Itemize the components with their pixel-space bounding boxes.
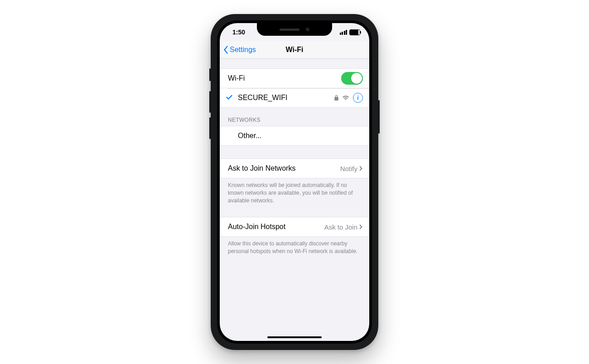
wifi-icon xyxy=(342,95,349,101)
status-time: 1:50 xyxy=(232,29,245,36)
connected-network-name: SECURE_WIFI xyxy=(238,94,334,102)
back-label: Settings xyxy=(230,46,256,54)
wifi-toggle-label: Wi-Fi xyxy=(228,74,341,82)
chevron-right-icon xyxy=(359,166,363,171)
notch xyxy=(257,23,332,36)
lock-icon xyxy=(334,95,338,101)
back-button[interactable]: Settings xyxy=(222,41,256,58)
battery-icon xyxy=(349,29,360,35)
phone-frame: 1:50 Settings Wi-Fi xyxy=(211,14,378,350)
power-button xyxy=(378,100,380,134)
info-icon[interactable]: i xyxy=(353,93,363,103)
auto-join-hotspot-row[interactable]: Auto-Join Hotspot Ask to Join xyxy=(220,217,369,237)
connected-network-row[interactable]: SECURE_WIFI i xyxy=(220,88,369,108)
page-title: Wi-Fi xyxy=(286,46,304,54)
front-camera xyxy=(306,28,309,31)
screen: 1:50 Settings Wi-Fi xyxy=(220,23,369,341)
auto-join-hotspot-footer: Allow this device to automatically disco… xyxy=(220,237,369,255)
cellular-signal-icon xyxy=(340,30,348,35)
wifi-toggle-row[interactable]: Wi-Fi xyxy=(220,68,369,88)
ask-to-join-value: Notify xyxy=(340,165,357,172)
other-network-label: Other... xyxy=(238,132,363,140)
ask-to-join-row[interactable]: Ask to Join Networks Notify xyxy=(220,158,369,178)
volume-up-button xyxy=(209,91,211,113)
ask-to-join-label: Ask to Join Networks xyxy=(228,164,340,172)
chevron-left-icon xyxy=(222,45,229,54)
home-indicator[interactable] xyxy=(267,336,322,338)
auto-join-hotspot-label: Auto-Join Hotspot xyxy=(228,223,324,231)
wifi-toggle[interactable] xyxy=(341,72,363,85)
other-network-row[interactable]: Other... xyxy=(220,126,369,146)
ask-to-join-footer: Known networks will be joined automatica… xyxy=(220,178,369,204)
volume-down-button xyxy=(209,117,211,139)
checkmark-icon xyxy=(226,94,232,102)
nav-bar: Settings Wi-Fi xyxy=(220,41,369,59)
auto-join-hotspot-value: Ask to Join xyxy=(324,223,357,231)
speaker-grille xyxy=(280,29,299,31)
mute-switch xyxy=(209,68,211,81)
networks-header: NETWORKS xyxy=(220,108,369,126)
chevron-right-icon xyxy=(359,224,363,230)
